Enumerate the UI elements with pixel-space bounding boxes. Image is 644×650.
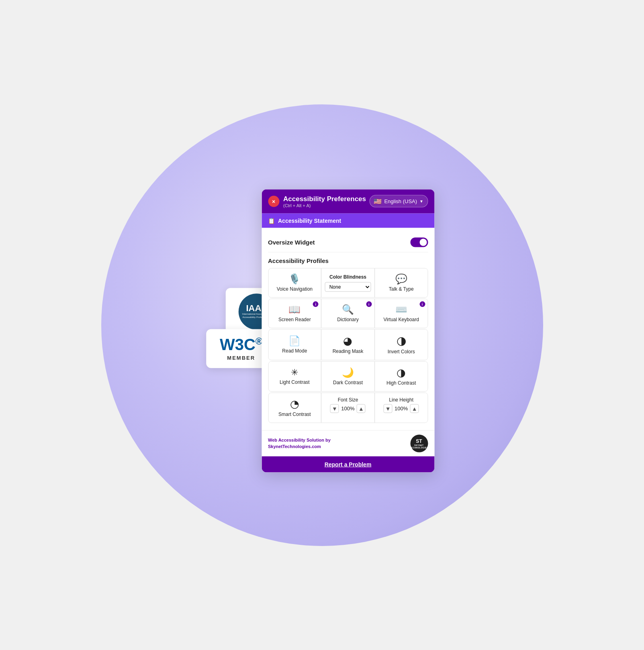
info-badge-dictionary: i [366, 301, 372, 307]
title-block: Accessibility Preferences (Ctrl + Alt + … [283, 195, 366, 208]
accessibility-widget-panel: × Accessibility Preferences (Ctrl + Alt … [262, 189, 434, 472]
font-size-increase-button[interactable]: ▲ [357, 404, 366, 413]
header-left: × Accessibility Preferences (Ctrl + Alt … [268, 195, 366, 208]
footer-logo-sub: SKYNET TECHNOLOGIES [410, 444, 428, 448]
bottom-row: ◔ Smart Contrast Font Size ▼ 100% ▲ Line… [268, 392, 428, 423]
accessibility-statement-bar[interactable]: 📋 Accessibility Statement [262, 213, 434, 228]
footer-logo: ST SKYNET TECHNOLOGIES [410, 434, 428, 452]
dark-contrast-icon: 🌙 [342, 367, 354, 377]
color-blindness-cell: Color Blindness None Protanopia Deuteran… [322, 268, 374, 297]
profile-screen-reader[interactable]: i 📖 Screen Reader [268, 299, 321, 328]
oversize-label: Oversize Widget [268, 239, 315, 246]
profiles-row-4: ✳ Light Contrast 🌙 Dark Contrast ◑ High … [268, 361, 428, 391]
line-height-cell: Line Height ▼ 100% ▲ [375, 393, 427, 422]
profile-voice-navigation[interactable]: 🎙️ Voice Navigation [268, 268, 321, 297]
language-label: English (USA) [384, 198, 417, 204]
font-size-decrease-button[interactable]: ▼ [330, 404, 339, 413]
info-badge-screen-reader: i [313, 301, 319, 307]
dictionary-label: Dictionary [337, 316, 358, 322]
profiles-row-3: 📄 Read Mode ◕ Reading Mask ◑ Invert Colo… [268, 329, 428, 360]
talk-type-icon: 💬 [395, 274, 407, 283]
keyboard-shortcut: (Ctrl + Alt + A) [283, 203, 366, 208]
close-button[interactable]: × [268, 196, 279, 207]
smart-contrast-label: Smart Contrast [278, 411, 311, 417]
oversize-toggle[interactable] [410, 237, 428, 247]
read-mode-label: Read Mode [282, 348, 307, 353]
invert-colors-label: Invert Colors [388, 348, 415, 354]
reading-mask-icon: ◕ [343, 335, 352, 346]
widget-footer: Web Accessibility Solution by SkynetTech… [262, 430, 434, 456]
profile-invert-colors[interactable]: ◑ Invert Colors [375, 329, 427, 360]
line-height-label: Line Height [389, 397, 413, 402]
color-blindness-select[interactable]: None Protanopia Deuteranopia Tritanopia [325, 282, 371, 291]
font-size-cell: Font Size ▼ 100% ▲ [322, 393, 374, 422]
language-selector[interactable]: 🇺🇸 English (USA) ▼ [369, 195, 428, 208]
high-contrast-label: High Contrast [386, 380, 416, 385]
smart-contrast-icon: ◔ [290, 398, 299, 409]
flag-icon: 🇺🇸 [374, 198, 382, 205]
profile-reading-mask[interactable]: ◕ Reading Mask [322, 329, 374, 360]
profile-smart-contrast[interactable]: ◔ Smart Contrast [268, 393, 321, 422]
talk-type-label: Talk & Type [389, 286, 414, 291]
dictionary-icon: 🔍 [342, 304, 354, 314]
profiles-row-1: 🎙️ Voice Navigation Color Blindness None… [268, 268, 428, 297]
w3c-logo: W3C® [220, 336, 263, 352]
screen-reader-icon: 📖 [288, 304, 301, 314]
screen-reader-label: Screen Reader [278, 316, 311, 322]
virtual-keyboard-label: Virtual Keyboard [383, 316, 419, 322]
footer-text: Web Accessibility Solution by SkynetTech… [268, 437, 331, 450]
voice-navigation-label: Voice Navigation [277, 286, 313, 291]
font-size-controls: ▼ 100% ▲ [330, 404, 366, 413]
w3c-member-label: MEMBER [227, 355, 255, 361]
footer-logo-text: ST [410, 438, 428, 444]
profiles-section-title: Accessibility Profiles [268, 257, 428, 264]
footer-brand: SkynetTechnologies.com [268, 444, 321, 448]
high-contrast-icon: ◑ [397, 367, 406, 377]
chevron-down-icon: ▼ [419, 199, 423, 204]
footer-prefix: Web Accessibility Solution by [268, 438, 331, 442]
report-problem-button[interactable]: Report a Problem [262, 456, 434, 472]
info-badge-virtual-keyboard: i [419, 301, 425, 307]
profile-light-contrast[interactable]: ✳ Light Contrast [268, 361, 321, 391]
line-height-decrease-button[interactable]: ▼ [384, 404, 393, 413]
widget-header: × Accessibility Preferences (Ctrl + Alt … [262, 189, 434, 213]
profiles-row-2: i 📖 Screen Reader i 🔍 Dictionary i ⌨️ Vi… [268, 298, 428, 328]
statement-label: Accessibility Statement [278, 217, 341, 224]
color-blindness-label: Color Blindness [329, 274, 366, 279]
profile-high-contrast[interactable]: ◑ High Contrast [375, 361, 427, 391]
dark-contrast-label: Dark Contrast [333, 379, 363, 385]
read-mode-icon: 📄 [288, 336, 301, 345]
widget-title: Accessibility Preferences [283, 195, 366, 203]
oversize-widget-row: Oversize Widget [268, 234, 428, 252]
profile-talk-type[interactable]: 💬 Talk & Type [375, 268, 427, 297]
widget-body: Oversize Widget Accessibility Profiles 🎙… [262, 228, 434, 430]
statement-icon: 📋 [268, 217, 275, 224]
voice-navigation-icon: 🎙️ [288, 274, 301, 283]
profile-dark-contrast[interactable]: 🌙 Dark Contrast [322, 361, 374, 391]
reading-mask-label: Reading Mask [333, 348, 364, 354]
invert-colors-icon: ◑ [397, 335, 406, 346]
line-height-value: 100% [394, 405, 409, 412]
virtual-keyboard-icon: ⌨️ [395, 304, 407, 314]
font-size-value: 100% [341, 405, 355, 412]
light-contrast-label: Light Contrast [280, 379, 310, 385]
light-contrast-icon: ✳ [291, 368, 298, 377]
line-height-increase-button[interactable]: ▲ [410, 404, 419, 413]
profile-read-mode[interactable]: 📄 Read Mode [268, 329, 321, 360]
font-size-label: Font Size [338, 397, 358, 402]
profile-virtual-keyboard[interactable]: i ⌨️ Virtual Keyboard [375, 299, 427, 328]
line-height-controls: ▼ 100% ▲ [384, 404, 419, 413]
profile-dictionary[interactable]: i 🔍 Dictionary [322, 299, 374, 328]
